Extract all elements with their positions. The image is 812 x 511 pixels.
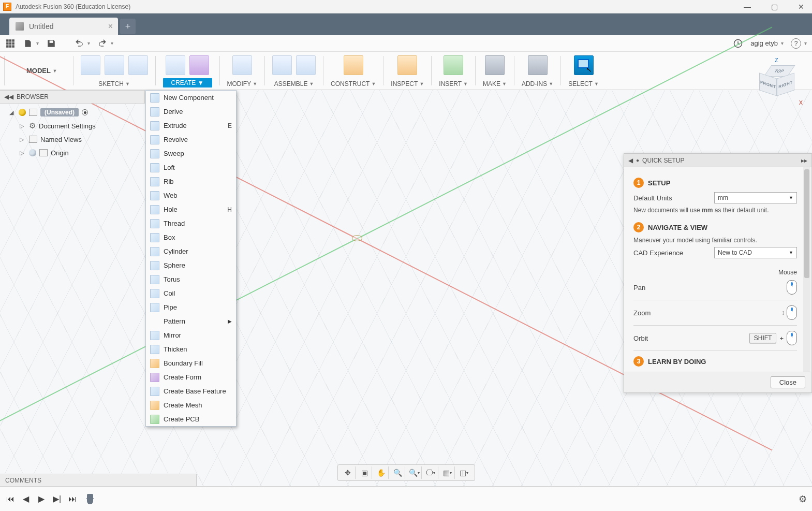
maximize-button[interactable]: ▢ [766,3,782,11]
tab-construct[interactable]: CONSTRUCT▼ [323,52,383,90]
quick-setup-header[interactable]: ◀ ● QUICK SETUP ▸▸ [624,154,811,167]
tab-make[interactable]: MAKE▼ [476,52,514,90]
panel-scrollbar[interactable] [803,167,810,372]
quick-setup-title: QUICK SETUP [642,157,684,164]
pan-tool[interactable]: ✋ [374,466,389,479]
timeline-step-forward[interactable]: ▶| [52,494,62,504]
browser-header[interactable]: ◀◀ BROWSER [0,90,145,104]
menu-coil[interactable]: Coil [146,286,236,300]
browser-title: BROWSER [17,93,49,100]
menu-new-component[interactable]: New Component [146,91,236,105]
menu-derive[interactable]: Derive [146,105,236,119]
viewport-layout[interactable]: ◫▾ [457,466,471,479]
expand-arrow-icon[interactable]: ▷ [20,136,26,143]
tab-label: ASSEMBLE [274,80,308,87]
menu-thicken[interactable]: Thicken [146,342,236,356]
tab-sketch[interactable]: SKETCH▼ [73,52,155,90]
menu-rib[interactable]: Rib [146,174,236,188]
display-settings[interactable]: 🖵▾ [424,466,438,479]
menu-box[interactable]: Box [146,230,236,244]
file-menu-button[interactable] [23,38,33,49]
menu-boundary-fill[interactable]: Boundary Fill [146,356,236,370]
cad-experience-label: CAD Experience [633,249,714,257]
comments-bar[interactable]: COMMENTS [0,474,197,486]
menu-pipe[interactable]: Pipe [146,300,236,314]
timeline-step-back[interactable]: ◀ [21,494,31,504]
view-cube[interactable]: Z X TOP FRONT RIGHT [754,58,801,104]
menu-thread[interactable]: Thread [146,216,236,230]
tab-assemble[interactable]: ASSEMBLE▼ [265,52,323,90]
tab-create[interactable]: CREATE ▼ [156,52,219,90]
undo-button[interactable] [74,38,84,49]
expand-arrow-icon[interactable]: ▷ [20,150,26,156]
menu-create-base-feature[interactable]: Create Base Feature [146,384,236,398]
collapse-arrow-icon[interactable]: ◢ [9,109,16,116]
default-units-select[interactable]: mm▼ [714,192,797,203]
tree-root[interactable]: ◢ (Unsaved) [5,106,145,119]
step-3: 3LEARN BY DOING [633,356,797,367]
menu-create-pcb[interactable]: Create PCB [146,412,236,426]
look-at-tool[interactable]: ▣ [358,466,372,479]
collapse-icon[interactable]: ◀◀ [4,93,13,100]
pin-button[interactable]: ▸▸ [801,157,807,164]
expand-arrow-icon[interactable]: ▷ [20,123,26,129]
maneuver-note: Maneuver your model using familiar contr… [633,237,797,244]
new-tab-button[interactable]: + [120,19,136,34]
root-label: (Unsaved) [40,108,79,116]
menu-sphere[interactable]: Sphere [146,258,236,272]
gear-icon: ⚙ [29,121,36,130]
redo-button[interactable] [97,38,108,49]
help-button[interactable]: ? [791,38,801,49]
timeline-settings[interactable]: ⚙ [799,493,807,505]
component-icon [29,109,37,116]
tab-insert[interactable]: INSERT▼ [432,52,475,90]
minimize-button[interactable]: — [740,3,755,11]
tree-item-doc-settings[interactable]: ▷ ⚙ Document Settings [5,119,145,133]
account-name[interactable]: agig etyb [750,39,778,47]
cube-icon [16,22,24,31]
zoom-tool[interactable]: 🔍 [391,466,405,479]
menu-create-form[interactable]: Create Form [146,370,236,384]
orbit-tool[interactable]: ✥ [341,466,356,479]
tree-item-named-views[interactable]: ▷ Named Views [5,133,145,146]
timeline-start[interactable]: ⏮ [5,494,16,504]
timeline-play[interactable]: ▶ [36,494,47,504]
collapse-icon[interactable]: ◀ [628,157,633,164]
menu-hole[interactable]: HoleH [146,202,236,216]
menu-mirror[interactable]: Mirror [146,328,236,342]
menu-pattern[interactable]: Pattern▶ [146,314,236,328]
menu-revolve[interactable]: Revolve [146,133,236,147]
menu-torus[interactable]: Torus [146,272,236,286]
document-tab[interactable]: Untitled × [9,18,118,35]
timeline-end[interactable]: ⏭ [67,494,78,504]
fit-tool[interactable]: 🔍▾ [407,466,422,479]
quick-setup-close-button[interactable]: Close [771,376,805,388]
timeline-marker[interactable] [87,494,93,504]
scroll-arrows-icon: ↕ [781,309,785,316]
menu-extrude[interactable]: ExtrudeE [146,119,236,133]
lightbulb-icon[interactable] [19,109,26,116]
active-component-indicator[interactable] [82,109,88,115]
menu-sweep[interactable]: Sweep [146,147,236,160]
window-controls: — ▢ ✕ [740,3,809,11]
lightbulb-off-icon[interactable] [29,149,36,156]
cad-experience-select[interactable]: New to CAD▼ [714,247,797,258]
tab-inspect[interactable]: INSPECT▼ [383,52,431,90]
tab-select[interactable]: ↖ SELECT▼ [561,52,606,90]
tree-item-origin[interactable]: ▷ Origin [5,146,145,159]
close-tab-button[interactable]: × [108,22,113,31]
menu-cylinder[interactable]: Cylinder [146,244,236,258]
tab-label: INSPECT [391,80,418,87]
menu-loft[interactable]: Loft [146,160,236,174]
workspace-switcher[interactable]: MODEL ▼ [5,52,73,90]
menu-create-mesh[interactable]: Create Mesh [146,398,236,412]
close-window-button[interactable]: ✕ [793,3,809,11]
data-panel-button[interactable] [5,38,16,49]
menu-web[interactable]: Web [146,188,236,202]
tab-modify[interactable]: MODIFY▼ [220,52,265,90]
scrollbar-thumb[interactable] [804,169,809,278]
dropdown-arrow-icon: ▾ [804,40,807,46]
grid-settings[interactable]: ▦▾ [440,466,455,479]
save-button[interactable] [46,38,56,49]
tab-addins[interactable]: ADD-INS▼ [514,52,560,90]
